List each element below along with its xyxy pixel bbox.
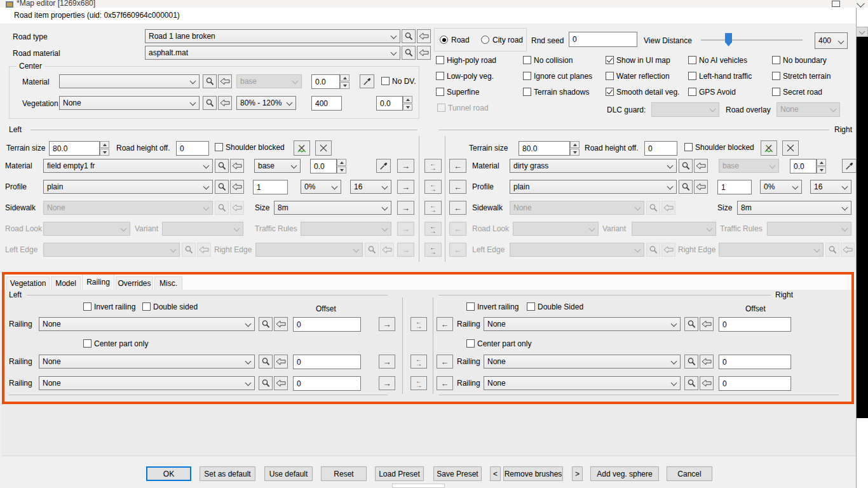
railing-right-row2-copy-left-button[interactable]: ← [437, 355, 453, 369]
chevron-down-icon[interactable] [857, 0, 865, 8]
right-material-offset-input[interactable]: 0.0 [790, 159, 817, 173]
railing-right-row1-combo[interactable]: None [484, 317, 681, 331]
left-profile-combo[interactable]: plain [43, 180, 213, 194]
railing-left-invert-checkbox[interactable]: Invert railing [83, 302, 135, 311]
right-material-combo[interactable]: dirty grass [510, 159, 677, 173]
stepper-up-button[interactable] [570, 141, 580, 148]
maximize-icon[interactable] [832, 1, 840, 7]
stepper-up-button[interactable] [403, 96, 412, 103]
railing-left-row3-pick-button[interactable] [274, 376, 288, 390]
stepper-down-button[interactable] [340, 82, 349, 89]
railing-right-row2-search-button[interactable] [684, 355, 698, 369]
right-size-combo[interactable]: 8m [737, 201, 851, 215]
left-profile-percent-combo[interactable]: 0% [301, 180, 341, 194]
tab-railing[interactable]: Railing [82, 274, 114, 290]
left-road-height-input[interactable]: 0 [176, 141, 209, 156]
next-brush-button[interactable]: > [572, 466, 583, 481]
cancel-button[interactable]: Cancel [667, 466, 712, 481]
slider-thumb[interactable] [725, 33, 732, 46]
center-vegetation-distance-input[interactable]: 400 [311, 96, 342, 111]
right-profile-pick-button[interactable] [694, 180, 708, 194]
left-terrain-size-stepper[interactable] [100, 141, 109, 156]
railing-left-row3-copy-right-button[interactable]: → [379, 376, 395, 390]
right-delete-button[interactable] [782, 140, 799, 156]
railing-left-row2-offset-input[interactable]: 0 [293, 355, 361, 369]
railing-left-row2-search-button[interactable] [259, 355, 273, 369]
left-profile-pick-button[interactable] [230, 180, 244, 194]
left-material-layer-combo[interactable]: base [254, 159, 301, 173]
set-as-default-button[interactable]: Set as default [200, 466, 255, 481]
stepper-down-button[interactable] [570, 149, 580, 156]
checkbox-secret-road[interactable]: Secret road [772, 88, 822, 97]
railing-right-row2-pick-button[interactable] [700, 355, 714, 369]
stepper-up-button[interactable] [340, 74, 349, 81]
railing-right-center-part-checkbox[interactable]: Center part only [466, 339, 531, 348]
checkbox-terrain-shadows[interactable]: Terrain shadows [523, 88, 589, 97]
left-profile-search-button[interactable] [215, 180, 229, 194]
stepper-up-button[interactable] [100, 141, 109, 148]
center-vegetation-combo[interactable]: None [59, 96, 200, 110]
railing-right-invert-checkbox[interactable]: Invert railing [466, 302, 519, 311]
left-material-combo[interactable]: field empty1 fr [43, 159, 213, 173]
checkbox-high-poly-road[interactable]: High-poly road [436, 56, 496, 65]
profile-swap-button[interactable]: ←→ [424, 180, 442, 194]
railing-left-double-checkbox[interactable]: Double sided [142, 302, 198, 311]
railing-right-row1-copy-left-button[interactable]: ← [437, 317, 453, 331]
right-material-copy-left-button[interactable]: ← [449, 159, 466, 173]
center-material-offset-input[interactable]: 0.0 [311, 74, 340, 89]
tab-overrides[interactable]: Overrides [116, 276, 153, 290]
checkbox-no-dv[interactable]: No DV. [381, 77, 416, 86]
stepper-up-button[interactable] [817, 159, 826, 166]
stepper-down-button[interactable] [403, 104, 412, 111]
ok-button[interactable]: OK [146, 466, 191, 481]
railing-right-row3-search-button[interactable] [684, 376, 698, 390]
tab-model[interactable]: Model [51, 276, 81, 290]
tab-vegetation[interactable]: Vegetation [6, 276, 50, 290]
left-sidewalk-copy-right-button[interactable]: → [397, 201, 414, 215]
railing-right-row1-search-button[interactable] [684, 317, 698, 331]
center-vegetation-scale-combo[interactable]: 80% - 120% [236, 96, 296, 110]
use-default-button[interactable]: Use default [264, 466, 313, 481]
right-material-offset-stepper[interactable] [817, 159, 826, 173]
checkbox-ignore-cut-planes[interactable]: Ignore cut planes [523, 72, 592, 81]
railing-right-row3-pick-button[interactable] [700, 376, 714, 390]
road-material-pick-button[interactable] [417, 46, 431, 60]
right-terrain-size-stepper[interactable] [570, 141, 580, 156]
left-profile-div-combo[interactable]: 16 [350, 180, 391, 194]
right-terrain-size-input[interactable]: 80.0 [519, 141, 570, 156]
right-profile-copy-left-button[interactable]: ← [449, 180, 466, 194]
tab-misc[interactable]: Misc. [154, 276, 182, 290]
center-material-combo[interactable] [59, 74, 200, 88]
center-material-eyedropper-button[interactable] [360, 74, 374, 88]
checkbox-superfine[interactable]: Superfine [436, 88, 479, 97]
right-clear-vegetation-button[interactable] [761, 140, 777, 156]
right-material-pick-button[interactable] [694, 159, 708, 173]
railing-right-row2-combo[interactable]: None [484, 355, 681, 369]
city-road-radio[interactable] [481, 36, 489, 44]
left-terrain-size-input[interactable]: 80.0 [49, 141, 100, 156]
railing-left-row2-combo[interactable]: None [39, 355, 255, 369]
center-vegetation-offset-stepper[interactable] [403, 96, 412, 111]
left-size-combo[interactable]: 8m [274, 201, 391, 215]
view-distance-combo[interactable]: 400 [815, 32, 848, 49]
checkbox-no-boundary[interactable]: No boundary [772, 56, 827, 65]
left-material-copy-right-button[interactable]: → [397, 159, 414, 173]
railing-left-row1-copy-right-button[interactable]: → [379, 317, 395, 331]
road-type-combo[interactable]: Road 1 lane broken [145, 29, 400, 43]
railing-right-double-checkbox[interactable]: Double Sided [527, 302, 583, 311]
center-material-offset-stepper[interactable] [340, 74, 349, 89]
road-type-search-button[interactable] [402, 29, 416, 43]
road-radio[interactable] [440, 36, 448, 44]
load-preset-button[interactable]: Load Preset [375, 466, 424, 481]
right-material-search-button[interactable] [679, 159, 693, 173]
railing-left-row1-search-button[interactable] [259, 317, 273, 331]
right-shoulder-blocked-checkbox[interactable]: Shoulder blocked [684, 143, 754, 152]
checkbox-low-poly-veg[interactable]: Low-poly veg. [436, 72, 494, 81]
background-combo-fragment[interactable] [856, 27, 868, 37]
right-road-height-input[interactable]: 0 [644, 141, 677, 156]
checkbox-gps-avoid[interactable]: GPS Avoid [688, 88, 736, 97]
center-vegetation-search-button[interactable] [203, 96, 217, 110]
left-material-offset-input[interactable]: 0.0 [310, 159, 337, 173]
add-veg-sphere-button[interactable]: Add veg. sphere [590, 466, 659, 481]
checkbox-no-collision[interactable]: No collision [523, 56, 573, 65]
